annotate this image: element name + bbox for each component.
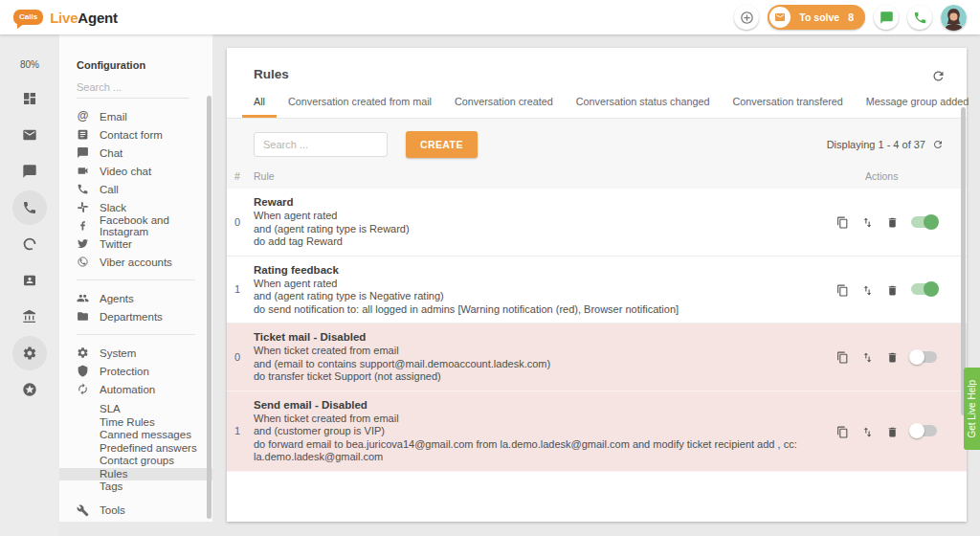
rail-item-ring[interactable] <box>12 227 47 261</box>
sidebar-item-label: Video chat <box>100 166 151 177</box>
table-header-band: CREATE Displaying 1 - 4 of 37 # Rule Act… <box>227 119 967 189</box>
rule-condition-line: and (agent rating type is Negative ratin… <box>254 290 827 303</box>
calls-badge: Calls <box>13 10 43 25</box>
rule-sort-button[interactable] <box>861 215 874 228</box>
sidebar-item-video-chat[interactable]: Video chat <box>77 162 212 180</box>
sidebar-subitem-predefined-answers[interactable]: Predefined answers <box>77 442 212 456</box>
sidebar-subitem-contact-groups[interactable]: Contact groups <box>77 455 212 468</box>
toggle-knob <box>924 214 939 230</box>
displaying-text: Displaying 1 - 4 of 37 <box>827 139 925 150</box>
refresh-icon[interactable] <box>932 139 944 150</box>
rail-item-phone[interactable] <box>12 190 47 225</box>
rule-trash-button[interactable] <box>886 350 899 363</box>
topbar-actions: To solve 8 <box>734 5 967 31</box>
sidebar-item-contact-form[interactable]: Contact form <box>77 125 212 144</box>
rail-item-star-circle[interactable] <box>12 372 47 407</box>
sidebar-scrollbar[interactable] <box>207 96 212 519</box>
rule-copy-button[interactable] <box>836 350 849 363</box>
sidebar-item-automation[interactable]: Automation <box>77 380 212 398</box>
rail-item-mail[interactable] <box>12 118 47 152</box>
sidebar-item-system[interactable]: System <box>77 344 212 362</box>
rule-condition-line: and (agent rating type is Reward) <box>254 223 827 236</box>
rule-order: 1 <box>234 263 254 317</box>
chats-button[interactable] <box>874 5 899 30</box>
rule-enabled-toggle[interactable] <box>911 425 937 436</box>
agents-icon <box>77 292 89 304</box>
to-solve-badge <box>769 7 791 28</box>
rule-copy-button[interactable] <box>836 283 849 296</box>
availability-percent: 80% <box>20 59 39 70</box>
folder-icon <box>77 310 89 323</box>
rule-sort-button[interactable] <box>861 283 874 296</box>
rule-row[interactable]: 1Send email - DisabledWhen ticket create… <box>227 391 967 472</box>
phone-icon <box>77 183 89 195</box>
rule-trash-button[interactable] <box>886 425 899 437</box>
sidebar-search-input[interactable] <box>77 76 189 99</box>
rule-sort-button[interactable] <box>861 350 874 363</box>
twitter-icon <box>77 237 89 250</box>
rail-item-gear[interactable] <box>12 336 47 370</box>
refresh-icon[interactable] <box>931 69 946 83</box>
gear-icon <box>22 346 37 361</box>
create-button[interactable]: CREATE <box>406 131 478 158</box>
mail-icon <box>774 11 786 23</box>
rule-row[interactable]: 1Rating feedbackWhen agent ratedand (age… <box>227 257 967 324</box>
sidebar-item-call[interactable]: Call <box>77 180 212 198</box>
rule-enabled-toggle[interactable] <box>911 216 937 228</box>
chat-icon <box>880 11 894 25</box>
sidebar-item-email[interactable]: @Email <box>77 107 212 125</box>
rail-item-chat[interactable] <box>12 154 47 189</box>
star-circle-icon <box>22 382 37 397</box>
rule-sort-button[interactable] <box>861 425 874 437</box>
rules-search-input[interactable] <box>254 132 388 157</box>
sidebar-subitem-rules[interactable]: Rules <box>59 468 212 481</box>
to-solve-button[interactable]: To solve 8 <box>768 5 865 30</box>
sidebar-item-label: Slack <box>100 202 126 213</box>
rule-condition-line: do send notification to: all logged in a… <box>254 303 827 317</box>
to-solve-label: To solve <box>799 11 839 23</box>
bank-icon <box>22 309 37 324</box>
rail-item-contact-card[interactable] <box>12 263 47 298</box>
phone-icon <box>913 11 927 25</box>
sidebar-subitem-time-rules[interactable]: Time Rules <box>77 416 212 430</box>
add-new-button[interactable] <box>734 5 759 30</box>
rule-copy-button[interactable] <box>836 215 849 228</box>
rule-title: Ticket mail - Disabled <box>254 330 827 344</box>
rule-trash-button[interactable] <box>886 283 899 296</box>
rule-trash-button[interactable] <box>886 215 899 228</box>
trash-icon <box>886 351 899 364</box>
rail-item-dashboard[interactable] <box>12 81 47 116</box>
sidebar-item-agents[interactable]: Agents <box>77 289 212 307</box>
rule-enabled-toggle[interactable] <box>911 283 937 295</box>
sidebar-subitem-tags[interactable]: Tags <box>77 480 212 494</box>
sidebar-item-protection[interactable]: Protection <box>77 362 212 380</box>
get-live-help-button[interactable]: Get Live Help <box>964 368 980 450</box>
sidebar-item-tools[interactable]: Tools <box>77 502 212 520</box>
sidebar-item-facebook-and-instagram[interactable]: Facebook and Instagram <box>77 216 212 234</box>
ring-icon <box>22 236 37 252</box>
tab-conversation-created[interactable]: Conversation created <box>443 96 565 118</box>
sidebar-item-twitter[interactable]: Twitter <box>77 234 212 253</box>
calls-button[interactable] <box>907 5 932 30</box>
tab-conversation-created-from-mail[interactable]: Conversation created from mail <box>277 96 443 118</box>
tab-conversation-transfered[interactable]: Conversation transfered <box>722 96 855 118</box>
column-headers: # Rule Actions <box>227 158 967 189</box>
sidebar-subitem-sla[interactable]: SLA <box>77 403 212 416</box>
tab-all[interactable]: All <box>242 96 277 118</box>
sidebar-item-departments[interactable]: Departments <box>77 307 212 325</box>
rail-item-bank[interactable] <box>12 300 47 334</box>
liveagent-logo[interactable]: Calls LiveAgent <box>13 10 118 26</box>
form-icon <box>77 128 89 141</box>
sidebar-item-chat[interactable]: Chat <box>77 144 212 162</box>
get-live-help-label: Get Live Help <box>967 380 977 438</box>
trash-icon <box>886 426 899 438</box>
sidebar-item-viber-accounts[interactable]: Viber accounts <box>77 253 212 271</box>
contact-card-icon <box>22 273 37 288</box>
rule-row[interactable]: 0RewardWhen agent ratedand (agent rating… <box>227 189 967 257</box>
tab-conversation-status-changed[interactable]: Conversation status changed <box>565 96 722 118</box>
rule-enabled-toggle[interactable] <box>911 351 937 363</box>
sidebar-subitem-canned-messages[interactable]: Canned messages <box>77 429 212 442</box>
rule-row[interactable]: 0Ticket mail - DisabledWhen ticket creat… <box>227 324 967 391</box>
rule-copy-button[interactable] <box>836 425 849 437</box>
avatar[interactable] <box>941 5 967 31</box>
